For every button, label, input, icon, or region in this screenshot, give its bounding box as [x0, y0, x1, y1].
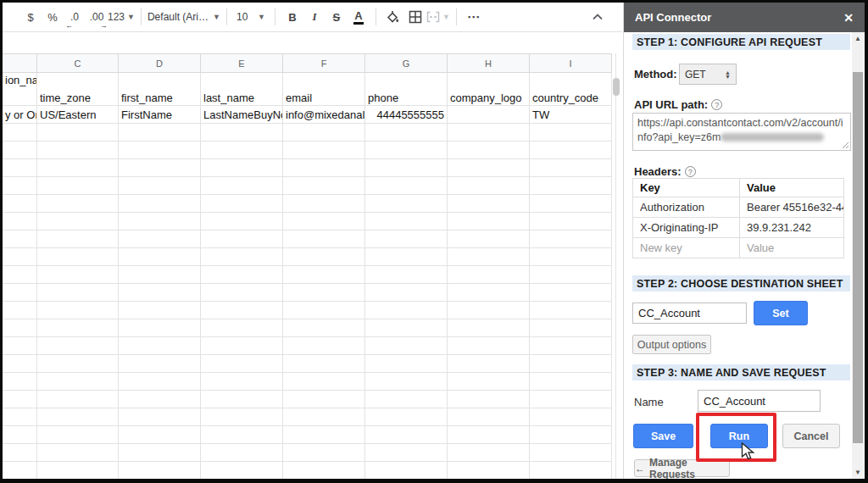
cell[interactable]: [119, 408, 201, 426]
cell[interactable]: [448, 302, 530, 319]
cell[interactable]: 44445555555: [365, 106, 448, 124]
cell[interactable]: [530, 159, 612, 177]
cell[interactable]: [283, 195, 365, 213]
cell[interactable]: [283, 159, 365, 177]
cell[interactable]: [119, 124, 201, 142]
column-header-G[interactable]: G: [365, 53, 448, 73]
borders-icon[interactable]: [404, 6, 426, 28]
cell[interactable]: [37, 230, 119, 248]
cancel-button[interactable]: Cancel: [782, 424, 840, 448]
fill-color-icon[interactable]: [382, 6, 404, 28]
cell[interactable]: [201, 142, 283, 159]
header-key-cell[interactable]: X-Originating-IP: [633, 218, 739, 237]
cell[interactable]: [37, 302, 119, 319]
cell[interactable]: [283, 319, 365, 337]
cell[interactable]: [448, 426, 530, 444]
cell[interactable]: [3, 142, 37, 159]
text-color-icon[interactable]: A: [348, 6, 370, 28]
cell[interactable]: [283, 355, 365, 373]
cell[interactable]: [3, 337, 37, 355]
cell[interactable]: [119, 355, 201, 373]
cell[interactable]: [530, 373, 612, 391]
decrease-decimal-icon[interactable]: .0 ←: [64, 6, 86, 28]
cell[interactable]: [283, 266, 365, 284]
cell[interactable]: [448, 213, 530, 230]
more-options-icon[interactable]: ⋯: [463, 6, 485, 28]
cell[interactable]: [119, 159, 201, 177]
help-icon[interactable]: ?: [685, 166, 696, 177]
percent-format-icon[interactable]: %: [42, 6, 64, 28]
cell[interactable]: [365, 230, 448, 248]
cell[interactable]: [201, 408, 283, 426]
cell[interactable]: [201, 337, 283, 355]
cell[interactable]: [3, 373, 37, 391]
cell[interactable]: [3, 408, 37, 426]
cell[interactable]: [448, 159, 530, 177]
cell[interactable]: [3, 248, 37, 266]
scroll-up-icon[interactable]: ▲: [852, 35, 864, 42]
cell[interactable]: [448, 124, 530, 142]
column-header-H[interactable]: H: [448, 53, 530, 73]
cell[interactable]: [37, 426, 119, 444]
new-value-input[interactable]: [747, 242, 837, 254]
cell[interactable]: [365, 391, 448, 408]
cell[interactable]: [37, 355, 119, 373]
cell[interactable]: [3, 284, 37, 302]
cell[interactable]: [365, 408, 448, 426]
cell[interactable]: [201, 284, 283, 302]
cell[interactable]: [37, 142, 119, 159]
cell[interactable]: [119, 462, 201, 480]
cell[interactable]: [201, 230, 283, 248]
cell[interactable]: [37, 462, 119, 480]
help-icon[interactable]: ?: [711, 99, 722, 110]
cell[interactable]: [365, 266, 448, 284]
cell[interactable]: [530, 302, 612, 319]
cell[interactable]: [3, 124, 37, 142]
cell[interactable]: [37, 284, 119, 302]
cell[interactable]: [365, 355, 448, 373]
cell[interactable]: y or Org: [3, 106, 37, 124]
cell[interactable]: [530, 142, 612, 159]
cell[interactable]: [37, 213, 119, 230]
cell[interactable]: [119, 426, 201, 444]
cell[interactable]: [201, 248, 283, 266]
cell[interactable]: [283, 124, 365, 142]
manage-requests-button[interactable]: ← Manage Requests: [634, 459, 730, 477]
cell[interactable]: ion_na: [3, 73, 37, 106]
cell[interactable]: [3, 177, 37, 195]
sheet-scrollbar-thumb[interactable]: [613, 78, 620, 96]
merge-cells-icon[interactable]: ▼: [426, 6, 450, 28]
column-header-E[interactable]: E: [201, 53, 283, 73]
cell[interactable]: [3, 195, 37, 213]
cell[interactable]: [365, 159, 448, 177]
cell[interactable]: [3, 462, 37, 480]
cell[interactable]: [365, 213, 448, 230]
cell[interactable]: [283, 284, 365, 302]
cell[interactable]: [283, 230, 365, 248]
cell[interactable]: [365, 319, 448, 337]
cell[interactable]: [201, 124, 283, 142]
bold-icon[interactable]: B: [281, 6, 303, 28]
cell[interactable]: [448, 266, 530, 284]
cell[interactable]: first_name: [119, 73, 201, 106]
column-header[interactable]: [3, 53, 37, 73]
font-family-select[interactable]: Default (Ari… ▼: [147, 6, 220, 28]
cell[interactable]: [119, 373, 201, 391]
cell[interactable]: [3, 159, 37, 177]
cell[interactable]: [283, 142, 365, 159]
cell[interactable]: [530, 213, 612, 230]
cell[interactable]: [201, 426, 283, 444]
cell[interactable]: [448, 284, 530, 302]
cell[interactable]: [3, 213, 37, 230]
cell[interactable]: [37, 373, 119, 391]
run-button[interactable]: Run: [710, 424, 768, 448]
cell[interactable]: [365, 124, 448, 142]
cell[interactable]: [119, 391, 201, 408]
cell[interactable]: [448, 248, 530, 266]
cell[interactable]: [201, 302, 283, 319]
cell[interactable]: [283, 391, 365, 408]
cell[interactable]: [3, 391, 37, 408]
cell[interactable]: [3, 302, 37, 319]
cell[interactable]: [283, 408, 365, 426]
cell[interactable]: [365, 284, 448, 302]
